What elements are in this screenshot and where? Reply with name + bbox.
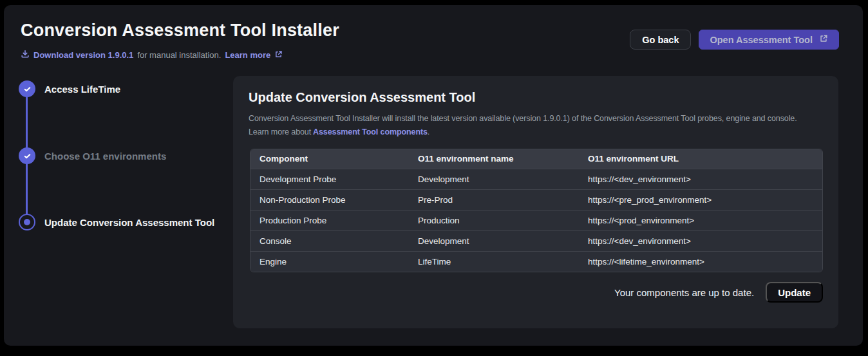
step-label: Update Conversion Assessment Tool xyxy=(44,217,214,228)
cell-component: Production Probe xyxy=(250,210,409,230)
step-check-icon xyxy=(19,147,35,164)
cell-env-name: Development xyxy=(409,169,579,189)
cell-env-url: https://<prod_environment> xyxy=(579,210,822,230)
table-row: Production Probe Production https://<pro… xyxy=(250,210,822,230)
download-icon xyxy=(21,50,30,61)
panel-description-line2-suffix: . xyxy=(428,127,429,136)
assessment-tool-components-link[interactable]: Assessment Tool components xyxy=(313,127,428,136)
cell-env-url: https://<dev_environment> xyxy=(579,169,822,189)
table-row: Engine LifeTime https://<lifetime_enviro… xyxy=(250,251,822,272)
panel-footer: Your components are up to date. Update xyxy=(249,282,823,303)
step-label: Access LifeTime xyxy=(44,84,120,95)
update-button[interactable]: Update xyxy=(766,282,823,303)
stepper-step-choose-o11-environments[interactable]: Choose O11 environments xyxy=(19,147,166,164)
download-text: for manual installation. xyxy=(137,50,221,60)
step-check-icon xyxy=(19,80,35,97)
table-row: Development Probe Development https://<d… xyxy=(250,169,822,189)
external-link-icon xyxy=(819,34,828,45)
cell-env-url: https://<pre_prod_environment> xyxy=(579,189,822,210)
column-header-env-name: O11 environment name xyxy=(409,149,579,169)
page-title: Conversion Assessment Tool Installer xyxy=(21,21,339,41)
stepper-step-update-tool[interactable]: Update Conversion Assessment Tool xyxy=(19,214,214,230)
cell-component: Console xyxy=(250,230,409,251)
update-panel: Update Conversion Assessment Tool Conver… xyxy=(233,76,838,328)
cell-component: Engine xyxy=(250,251,409,272)
step-label: Choose O11 environments xyxy=(44,151,166,162)
step-current-icon xyxy=(19,214,35,230)
cell-env-name: Production xyxy=(409,210,579,230)
stepper-step-access-lifetime[interactable]: Access LifeTime xyxy=(19,80,120,97)
open-assessment-tool-button[interactable]: Open Assessment Tool xyxy=(699,30,839,50)
column-header-component: Component xyxy=(250,149,409,169)
download-version-link[interactable]: Download version 1.9.0.1 xyxy=(33,50,133,60)
cell-component: Development Probe xyxy=(250,169,409,189)
step-current-dot xyxy=(24,219,30,225)
status-text: Your components are up to date. xyxy=(614,287,754,298)
open-assessment-tool-label: Open Assessment Tool xyxy=(710,35,813,45)
go-back-button[interactable]: Go back xyxy=(630,30,691,50)
panel-description-line1: Conversion Assessment Tool Installer wil… xyxy=(249,112,823,126)
components-table: Component O11 environment name O11 envir… xyxy=(250,149,823,272)
panel-title: Update Conversion Assessment Tool xyxy=(249,90,823,105)
panel-description-line2-prefix: Learn more about xyxy=(249,127,311,136)
cell-env-url: https://<lifetime_environment> xyxy=(579,251,822,272)
cell-component: Non-Production Probe xyxy=(250,189,409,210)
table-row: Non-Production Probe Pre-Prod https://<p… xyxy=(250,189,822,210)
page: { "header": { "title": "Conversion Asses… xyxy=(0,0,868,356)
column-header-env-url: O11 environment URL xyxy=(579,149,822,169)
header-actions: Go back Open Assessment Tool xyxy=(630,30,839,50)
table-header-row: Component O11 environment name O11 envir… xyxy=(250,149,822,169)
cell-env-name: Pre-Prod xyxy=(409,189,579,210)
panel-description-line2: Learn more aboutAssessment Tool componen… xyxy=(249,126,823,139)
cell-env-name: LifeTime xyxy=(409,251,579,272)
cell-env-name: Development xyxy=(409,230,579,251)
download-line: Download version 1.9.0.1 for manual inst… xyxy=(21,50,283,61)
learn-more-link[interactable]: Learn more xyxy=(225,50,270,60)
external-link-icon[interactable] xyxy=(274,50,283,61)
table-row: Console Development https://<dev_environ… xyxy=(250,230,822,251)
panel-description: Conversion Assessment Tool Installer wil… xyxy=(249,112,823,139)
app-window: Conversion Assessment Tool Installer Dow… xyxy=(4,5,863,346)
cell-env-url: https://<dev_environment> xyxy=(579,230,822,251)
